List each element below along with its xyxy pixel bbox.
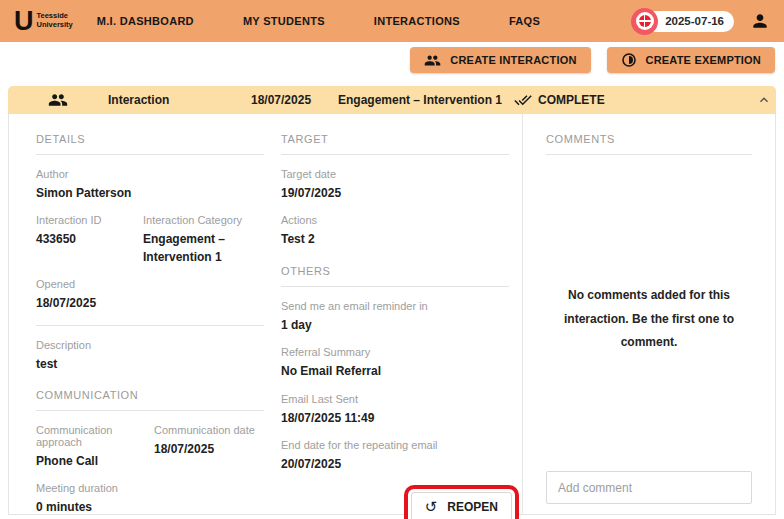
create-interaction-button[interactable]: CREATE INTERACTION: [410, 47, 590, 73]
group-icon: [424, 52, 441, 69]
logo-u-icon: U: [14, 8, 33, 35]
actions-value: Test 2: [281, 231, 509, 248]
target-date-value: 19/07/2025: [281, 185, 509, 202]
interaction-id-value: 433650: [36, 231, 143, 248]
email-last-sent-group: Email Last Sent 18/07/2025 11:49: [281, 393, 509, 427]
logo-line2: University: [37, 21, 73, 30]
nav-item-mi-dashboard[interactable]: M.I. DASHBOARD: [97, 15, 194, 27]
group-icon: [48, 90, 68, 110]
accordion-status: COMPLETE: [538, 93, 605, 107]
reminder-label: Send me an email reminder in: [281, 300, 509, 312]
column-divider: [522, 114, 523, 514]
top-nav: U Teesside University M.I. DASHBOARD MY …: [0, 0, 784, 42]
communication-approach-value: Phone Call: [36, 453, 154, 470]
communication-row: Communication approach Phone Call Commun…: [36, 424, 264, 470]
referral-summary-value: No Email Referral: [281, 363, 509, 380]
create-exemption-label: CREATE EXEMPTION: [646, 54, 761, 66]
accordion-category: Engagement – Intervention 1: [338, 93, 502, 107]
reopen-label: REOPEN: [447, 500, 498, 514]
target-column: TARGET Target date 19/07/2025 Actions Te…: [281, 133, 509, 512]
accordion-type-label: Interaction: [108, 93, 169, 107]
nav-item-faqs[interactable]: FAQS: [509, 15, 540, 27]
target-date-label: Target date: [281, 168, 509, 180]
logo-text: Teesside University: [37, 12, 73, 29]
record-target-icon[interactable]: [631, 8, 658, 35]
interaction-detail-card: DETAILS Author Simon Patterson Interacti…: [8, 114, 776, 515]
actions-group: Actions Test 2: [281, 214, 509, 248]
meeting-duration-group: Meeting duration 0 minutes: [36, 482, 264, 516]
referral-group: Referral Summary No Email Referral: [281, 346, 509, 380]
description-value: test: [36, 356, 264, 373]
communication-date-value: 18/07/2025: [154, 441, 264, 458]
account-icon[interactable]: [750, 11, 770, 31]
meeting-duration-value: 0 minutes: [36, 499, 264, 516]
action-buttons-row: CREATE INTERACTION CREATE EXEMPTION: [0, 42, 784, 73]
description-label: Description: [36, 339, 264, 351]
interaction-category-value: Engagement – Intervention 1: [143, 231, 264, 266]
end-date-label: End date for the repeating email: [281, 439, 509, 451]
email-last-sent-label: Email Last Sent: [281, 393, 509, 405]
description-group: Description test: [36, 339, 264, 373]
end-date-value: 20/07/2025: [281, 456, 509, 473]
rotate-left-icon: ↺: [425, 498, 438, 516]
target-section-title: TARGET: [281, 133, 509, 155]
opened-group: Opened 18/07/2025: [36, 278, 264, 312]
actions-label: Actions: [281, 214, 509, 226]
interaction-accordion-header[interactable]: Interaction 18/07/2025 Engagement – Inte…: [8, 86, 776, 114]
interaction-id-label: Interaction ID: [36, 214, 143, 226]
reminder-value: 1 day: [281, 317, 509, 334]
communication-approach-label: Communication approach: [36, 424, 154, 448]
contrast-circle-icon: [621, 52, 637, 68]
date-badge[interactable]: 2025-07-16: [645, 11, 734, 32]
id-category-row: Interaction ID 433650 Interaction Catego…: [36, 214, 264, 266]
reopen-annotation-highlight: ↺ REOPEN: [404, 485, 519, 519]
communication-date-label: Communication date: [154, 424, 264, 436]
reopen-button[interactable]: ↺ REOPEN: [411, 492, 512, 519]
date-badge-value: 2025-07-16: [665, 15, 724, 27]
end-date-group: End date for the repeating email 20/07/2…: [281, 439, 509, 473]
reminder-group: Send me an email reminder in 1 day: [281, 300, 509, 334]
opened-value: 18/07/2025: [36, 295, 264, 312]
divider: [36, 325, 264, 326]
accordion-date: 18/07/2025: [251, 93, 311, 107]
university-logo: U Teesside University: [14, 8, 73, 35]
done-all-icon: [514, 91, 532, 109]
author-value: Simon Patterson: [36, 185, 264, 202]
chevron-up-icon[interactable]: [756, 92, 772, 108]
author-group: Author Simon Patterson: [36, 168, 264, 202]
opened-label: Opened: [36, 278, 264, 290]
communication-section-title: COMMUNICATION: [36, 389, 264, 411]
no-comments-message: No comments added for this interaction. …: [546, 168, 752, 471]
nav-item-my-students[interactable]: MY STUDENTS: [243, 15, 325, 27]
add-comment-input[interactable]: [546, 471, 752, 504]
nav-menu: M.I. DASHBOARD MY STUDENTS INTERACTIONS …: [97, 15, 589, 27]
nav-item-interactions[interactable]: INTERACTIONS: [374, 15, 460, 27]
meeting-duration-label: Meeting duration: [36, 482, 264, 494]
details-section-title: DETAILS: [36, 133, 264, 155]
referral-summary-label: Referral Summary: [281, 346, 509, 358]
create-exemption-button[interactable]: CREATE EXEMPTION: [607, 47, 775, 73]
others-section-title: OTHERS: [281, 265, 509, 287]
target-date-group: Target date 19/07/2025: [281, 168, 509, 202]
create-interaction-label: CREATE INTERACTION: [450, 54, 576, 66]
details-column: DETAILS Author Simon Patterson Interacti…: [36, 133, 264, 519]
comments-section-title: COMMENTS: [546, 133, 752, 155]
email-last-sent-value: 18/07/2025 11:49: [281, 410, 509, 427]
author-label: Author: [36, 168, 264, 180]
comments-column: COMMENTS No comments added for this inte…: [546, 133, 752, 504]
interaction-category-label: Interaction Category: [143, 214, 264, 226]
